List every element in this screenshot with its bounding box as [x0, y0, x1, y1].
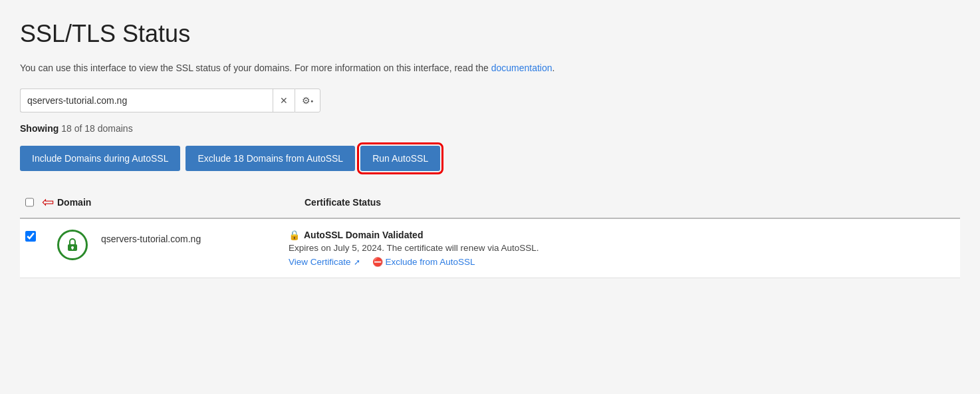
showing-text: Showing 18 of 18 domains	[20, 123, 960, 134]
exclude-from-autossl-link[interactable]: ⛔ Exclude from AutoSSL	[372, 257, 475, 267]
table-header: ⇦ Domain Certificate Status	[20, 187, 960, 219]
search-settings-button[interactable]: ⚙●	[295, 89, 320, 112]
expires-text: Expires on July 5, 2024. The certificate…	[289, 243, 955, 253]
status-lock-icon: 🔒	[289, 230, 300, 240]
lock-icon	[64, 237, 80, 253]
search-input[interactable]	[20, 89, 273, 112]
status-validated: 🔒 AutoSSL Domain Validated	[289, 230, 955, 240]
view-certificate-link[interactable]: View Certificate ➚	[289, 257, 360, 267]
exclude-icon: ⛔	[372, 257, 383, 267]
arrow-indicator: ⇦	[42, 194, 54, 211]
cert-links: View Certificate ➚ ⛔ Exclude from AutoSS…	[289, 257, 955, 267]
row-icon-col	[57, 230, 93, 260]
search-row: ✕ ⚙●	[20, 89, 960, 112]
row-domain: qservers-tutorial.com.ng	[101, 230, 281, 244]
header-checkbox-col: ⇦	[25, 194, 49, 211]
svg-rect-2	[72, 248, 73, 250]
select-all-checkbox[interactable]	[25, 197, 34, 208]
domain-icon	[57, 230, 88, 260]
row-checkbox-col	[25, 230, 49, 242]
external-link-icon: ➚	[354, 258, 360, 267]
documentation-link[interactable]: documentation	[491, 63, 552, 73]
action-buttons: Include Domains during AutoSSL Exclude 1…	[20, 146, 960, 171]
header-cert-status: Certificate Status	[305, 197, 955, 208]
include-domains-button[interactable]: Include Domains during AutoSSL	[20, 146, 180, 171]
row-checkbox[interactable]	[25, 231, 36, 242]
header-domain: Domain	[57, 197, 297, 208]
page-title: SSL/TLS Status	[20, 20, 960, 48]
run-autossl-button[interactable]: Run AutoSSL	[360, 146, 440, 171]
search-clear-button[interactable]: ✕	[273, 89, 295, 112]
row-status-col: 🔒 AutoSSL Domain Validated Expires on Ju…	[289, 230, 955, 267]
description-text: You can use this interface to view the S…	[20, 61, 960, 75]
status-label: AutoSSL Domain Validated	[304, 230, 423, 240]
table-row: qservers-tutorial.com.ng 🔒 AutoSSL Domai…	[20, 219, 960, 278]
exclude-domains-button[interactable]: Exclude 18 Domains from AutoSSL	[185, 146, 355, 171]
